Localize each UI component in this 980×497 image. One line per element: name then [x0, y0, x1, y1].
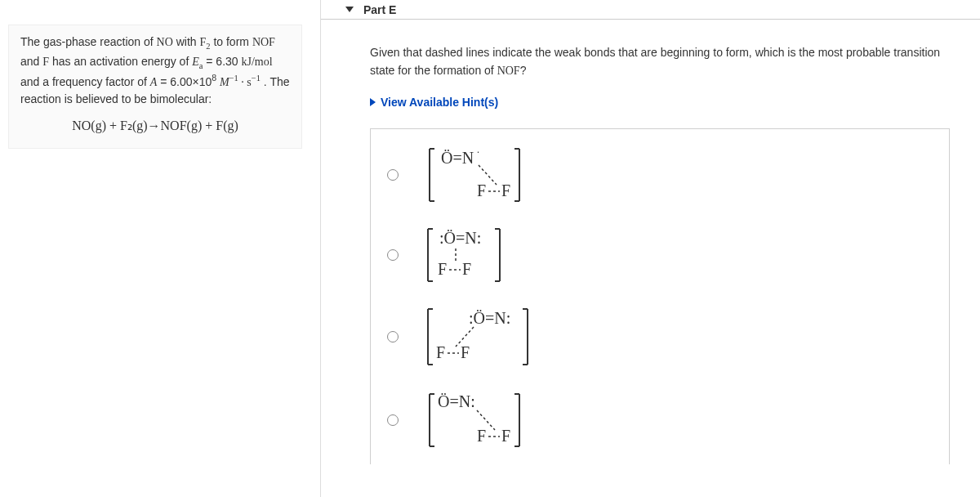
svg-text:F: F [462, 260, 471, 278]
svg-text:F: F [477, 427, 486, 445]
text: = 6.00×10 [157, 75, 212, 88]
part-title: Part E [363, 3, 396, 16]
view-hints-button[interactable]: View Available Hint(s) [370, 96, 964, 109]
caret-right-icon [370, 98, 376, 106]
sup: 8 [212, 73, 216, 83]
sup: −1 [252, 74, 261, 83]
text: = 6.30 [203, 55, 241, 68]
svg-text:F: F [477, 181, 486, 199]
text: has an activation energy of [49, 55, 192, 68]
answer-options: Ö=N · F F :Ö=N: [370, 128, 950, 464]
structure-d: Ö=N: F F [413, 387, 528, 453]
text: with [173, 35, 200, 48]
svg-text:F: F [436, 343, 445, 361]
var-Ea: E [192, 56, 199, 68]
svg-text::Ö=N:: :Ö=N: [469, 309, 510, 327]
sup: −1 [229, 74, 238, 83]
svg-text:F: F [501, 181, 510, 199]
option-c[interactable]: :Ö=N: F F [371, 298, 949, 383]
chem-F: F [42, 56, 49, 68]
svg-text:F: F [461, 343, 470, 361]
caret-down-icon [345, 7, 354, 12]
problem-text: The gas-phase reaction of NO with F2 to … [20, 34, 290, 108]
option-a[interactable]: Ö=N · F F [371, 137, 949, 219]
structure-b: :Ö=N: F F [413, 224, 511, 286]
chem-NO: NO [157, 36, 173, 48]
reaction-equation: NO(g) + F₂(g)→NOF(g) + F(g) [20, 118, 290, 133]
question-panel: Given that dashed lines indicate the wea… [321, 20, 980, 497]
svg-text::Ö=N:: :Ö=N: [439, 229, 481, 247]
chem-NOF: NOF [497, 65, 520, 77]
svg-text:F: F [501, 427, 510, 445]
text: Given that dashed lines indicate the wea… [370, 46, 940, 77]
radio-b[interactable] [387, 249, 399, 261]
text: The gas-phase reaction of [20, 35, 157, 48]
unit-M: M [220, 76, 229, 88]
problem-statement-panel: The gas-phase reaction of NO with F2 to … [8, 25, 302, 149]
structure-a: Ö=N · F F [413, 142, 528, 208]
question-text: Given that dashed lines indicate the wea… [370, 44, 964, 79]
radio-d[interactable] [387, 414, 399, 426]
radio-a[interactable] [387, 169, 399, 181]
svg-text:F: F [438, 260, 447, 278]
svg-text:Ö=N: Ö=N [441, 149, 474, 167]
chem-NOF: NOF [252, 36, 275, 48]
hints-label: View Available Hint(s) [381, 96, 498, 109]
text: and a frequency factor of [20, 75, 150, 88]
text: and [20, 55, 42, 68]
text: · [238, 76, 247, 88]
text: ? [520, 64, 527, 77]
option-b[interactable]: :Ö=N: F F [371, 219, 949, 298]
radio-c[interactable] [387, 331, 399, 343]
text: to form [211, 35, 252, 48]
option-d[interactable]: Ö=N: F F [371, 383, 949, 464]
svg-text:Ö=N:: Ö=N: [438, 392, 475, 410]
structure-c: :Ö=N: F F [413, 302, 536, 371]
part-header[interactable]: Part E [321, 0, 980, 20]
svg-text:·: · [477, 146, 479, 158]
unit-kjmol: kJ/mol [241, 56, 272, 68]
